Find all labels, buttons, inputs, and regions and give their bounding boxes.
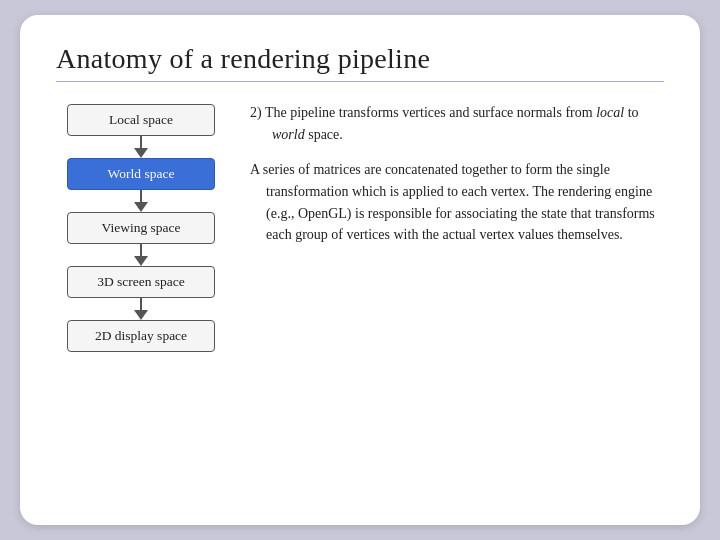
pipeline-column: Local space World space Viewing space 3D… xyxy=(56,100,226,501)
text-point-1: 2) The pipeline transforms vertices and … xyxy=(250,102,664,145)
text-point1-prefix: 2) The pipeline transforms vertices and … xyxy=(250,105,596,120)
arrow-1 xyxy=(134,136,148,158)
text-point1-local: local xyxy=(596,105,624,120)
text-point-2: A series of matrices are concatenated to… xyxy=(250,159,664,246)
pipeline-box-3d-screen-space: 3D screen space xyxy=(67,266,215,298)
arrow-3 xyxy=(134,244,148,266)
arrow-line-4 xyxy=(140,298,142,310)
arrow-4 xyxy=(134,298,148,320)
pipeline-box-local-space: Local space xyxy=(67,104,215,136)
slide: Anatomy of a rendering pipeline Local sp… xyxy=(20,15,700,525)
pipeline-box-2d-display-space: 2D display space xyxy=(67,320,215,352)
arrow-line-2 xyxy=(140,190,142,202)
arrow-head-4 xyxy=(134,310,148,320)
text-point1-suffix: space. xyxy=(305,127,343,142)
arrow-line-1 xyxy=(140,136,142,148)
text-point1-world: world xyxy=(272,127,305,142)
arrow-head-2 xyxy=(134,202,148,212)
pipeline-box-viewing-space: Viewing space xyxy=(67,212,215,244)
text-column: 2) The pipeline transforms vertices and … xyxy=(250,100,664,501)
title-divider xyxy=(56,81,664,82)
arrow-2 xyxy=(134,190,148,212)
content-area: Local space World space Viewing space 3D… xyxy=(56,100,664,501)
arrow-head-3 xyxy=(134,256,148,266)
slide-title: Anatomy of a rendering pipeline xyxy=(56,43,664,75)
arrow-head-1 xyxy=(134,148,148,158)
text-point1-mid: to xyxy=(624,105,638,120)
text-point2-intro: A series of matrices are concatenated to… xyxy=(250,162,655,242)
pipeline-box-world-space: World space xyxy=(67,158,215,190)
arrow-line-3 xyxy=(140,244,142,256)
